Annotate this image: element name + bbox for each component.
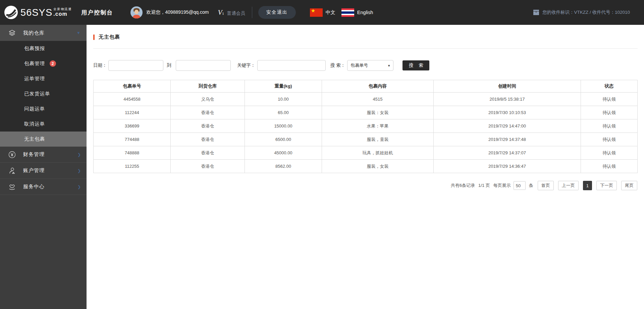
packages-table: 包裹单号 到货仓库 重量(kg) 包裹内容 创建时间 状态 4454558义乌仓…	[93, 80, 638, 173]
unit-label: 条	[529, 183, 533, 189]
lang-english[interactable]: English	[357, 10, 373, 15]
keyword-input[interactable]	[257, 60, 326, 71]
page-title: 无主包裹	[93, 34, 638, 40]
col-content: 包裹内容	[322, 80, 434, 93]
status-badge: 待认领	[581, 146, 638, 160]
flag-china-icon[interactable]: ★	[310, 8, 323, 17]
sidebar-item-my-warehouse[interactable]: 我的仓库 ▼	[0, 25, 87, 41]
sidebar-item-cancel-waybill[interactable]: 取消运单	[0, 116, 87, 132]
user-info: 欢迎您，409889195@qq.com	[130, 6, 209, 18]
sidebar-submenu: 包裹预报 包裹管理 2 运单管理 已发货运单 问题运单 取消运单 无主包裹	[0, 41, 87, 147]
vip-icon: V	[218, 8, 222, 17]
next-page-button[interactable]: 下一页	[596, 181, 617, 190]
sidebar-item-package-forecast[interactable]: 包裹预报	[0, 41, 87, 56]
table-header-row: 包裹单号 到货仓库 重量(kg) 包裹内容 创建时间 状态	[94, 80, 638, 93]
date-from-input[interactable]	[108, 60, 163, 71]
sidebar-item-package-manage[interactable]: 包裹管理 2	[0, 56, 87, 71]
header-divider	[252, 7, 252, 18]
status-badge: 待认领	[581, 160, 638, 173]
table-row: 336699香港仓15000.00水果：苹果2019/7/29 14:47:00…	[94, 119, 638, 133]
sidebar-item-service[interactable]: 服务中心 ❯	[0, 179, 87, 195]
logo-tagline: 全景物流通	[53, 8, 72, 11]
welcome-text: 欢迎您，409889195@qq.com	[146, 9, 209, 15]
col-status: 状态	[581, 80, 638, 93]
title-accent-bar	[93, 35, 95, 40]
search-type-select[interactable]: 包裹单号 ▼	[347, 60, 393, 71]
count-badge: 2	[50, 60, 56, 67]
col-weight: 重量(kg)	[245, 80, 322, 93]
member-level: V1 普通会员	[218, 8, 245, 17]
col-created: 创建时间	[434, 80, 581, 93]
keyword-label: 关键字：	[237, 62, 255, 68]
sidebar-item-label: 我的仓库	[23, 30, 45, 36]
member-level-label: 普通会员	[227, 10, 245, 16]
date-to-input[interactable]	[176, 60, 231, 71]
col-warehouse: 到货仓库	[171, 80, 245, 93]
table-row: 112244香港仓65.00服装：女装2019/7/30 10:10:53待认领	[94, 106, 638, 119]
flag-thailand-icon[interactable]	[341, 8, 354, 17]
per-page-input[interactable]	[514, 181, 526, 190]
receiver-info: 您的收件标识：VTKZZ / 收件代号：102010	[533, 9, 630, 15]
search-type-value: 包裹单号	[351, 62, 368, 68]
last-page-button[interactable]: 尾页	[621, 181, 637, 190]
logo-text: 56SYS	[20, 7, 52, 18]
col-package-no: 包裹单号	[94, 80, 171, 93]
logout-button[interactable]: 安全退出	[258, 6, 296, 19]
table-row: 4454558义乌仓10.0045152019/8/5 15:38:17待认领	[94, 93, 638, 106]
date-label: 日期：	[93, 62, 107, 68]
sidebar-item-finance[interactable]: 财务管理 ❯	[0, 147, 87, 163]
date-to-label: 到	[167, 62, 172, 68]
first-page-button[interactable]: 首页	[538, 181, 554, 190]
title-divider	[93, 48, 638, 49]
pagination: 共有6条记录 1/1 页 每页展示 条 首页 上一页 1 下一页 尾页	[93, 181, 637, 190]
user-icon	[8, 167, 16, 174]
main-content: 无主包裹 日期： 到 关键字： 搜 索： 包裹单号 ▼ 搜 索 包裹单号 到货仓…	[87, 25, 644, 309]
search-button[interactable]: 搜 索	[402, 60, 429, 70]
top-header: 56SYS 全景物流通 .com 用户控制台 欢迎您，409889195@qq.…	[0, 0, 644, 25]
table-row: 748888香港仓45000.00玩具，抓娃娃机2019/7/29 14:37:…	[94, 146, 638, 160]
sidebar: 我的仓库 ▼ 包裹预报 包裹管理 2 运单管理 已发货运单 问题运单 取消运单	[0, 25, 87, 309]
console-title: 用户控制台	[81, 9, 113, 16]
sidebar-item-problem-waybill[interactable]: 问题运单	[0, 101, 87, 116]
status-badge: 待认领	[581, 119, 638, 133]
chevron-down-icon: ▼	[387, 64, 390, 67]
sidebar-item-unclaimed-package[interactable]: 无主包裹	[0, 132, 87, 147]
logo: 56SYS 全景物流通 .com	[4, 5, 72, 19]
yuan-icon	[8, 151, 16, 158]
receiver-info-text: 您的收件标识：VTKZZ / 收件代号：102010	[542, 9, 630, 15]
chevron-right-icon: ❯	[77, 185, 81, 189]
logo-com: .com	[53, 11, 72, 17]
sidebar-item-waybill-manage[interactable]: 运单管理	[0, 71, 87, 86]
sidebar-item-account[interactable]: 账户管理 ❯	[0, 163, 87, 179]
page-indicator: 1/1 页	[478, 183, 490, 189]
avatar	[130, 6, 143, 18]
service-icon	[8, 183, 16, 191]
chevron-right-icon: ❯	[77, 152, 81, 157]
search-by-label: 搜 索：	[330, 62, 345, 68]
chevron-right-icon: ❯	[77, 168, 81, 173]
lang-chinese[interactable]: 中文	[326, 9, 335, 16]
logo-icon	[4, 5, 18, 19]
page-1-button[interactable]: 1	[583, 181, 592, 190]
sidebar-item-shipped-waybill[interactable]: 已发货运单	[0, 86, 87, 101]
status-badge: 待认领	[581, 133, 638, 146]
table-row: 774488香港仓6500.00服装，童装2019/7/29 14:37:48待…	[94, 133, 638, 146]
layers-icon	[8, 29, 16, 37]
table-row: 112255香港仓8562.00服装，女装2019/7/29 14:36:47待…	[94, 160, 638, 173]
per-page-label: 每页展示	[493, 183, 511, 189]
total-records-text: 共有6条记录	[451, 183, 475, 189]
package-icon	[533, 10, 539, 15]
status-badge: 待认领	[581, 93, 638, 106]
prev-page-button[interactable]: 上一页	[558, 181, 579, 190]
page-title-text: 无主包裹	[99, 34, 120, 40]
status-badge: 待认领	[581, 106, 638, 119]
search-toolbar: 日期： 到 关键字： 搜 索： 包裹单号 ▼ 搜 索	[93, 60, 638, 71]
chevron-down-icon: ▼	[76, 31, 80, 35]
